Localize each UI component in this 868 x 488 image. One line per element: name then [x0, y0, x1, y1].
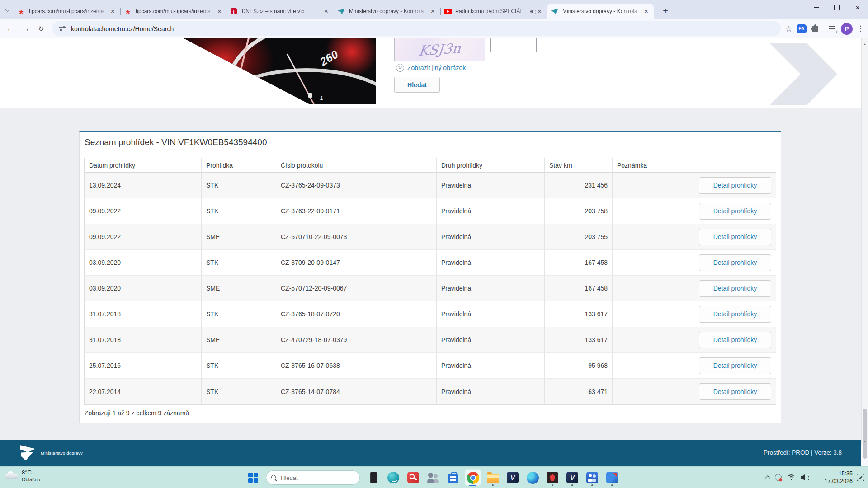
wifi-icon[interactable] — [787, 474, 795, 481]
close-button[interactable] — [847, 0, 868, 15]
captcha-refresh[interactable]: Zobrazit jiný obrázek — [396, 64, 466, 72]
tab[interactable]: tipcars.com/muj-tipcars/inzerce — [14, 4, 120, 19]
fuel-icon — [308, 93, 312, 98]
tab-close-icon[interactable] — [109, 8, 117, 15]
tab-audio-icon[interactable] — [530, 9, 536, 14]
tab-close-icon[interactable] — [536, 8, 543, 15]
weather-cloud-icon — [5, 471, 18, 481]
teams-icon[interactable] — [425, 469, 441, 486]
tray-app-icon[interactable] — [775, 474, 782, 481]
tab-close-icon[interactable] — [429, 8, 437, 15]
tab-close-icon[interactable] — [322, 8, 330, 15]
cell-type: SME — [202, 276, 276, 301]
cell-km: 231 456 — [545, 173, 613, 198]
address-bar[interactable]: kontrolatachometru.cz/Home/Search — [52, 21, 781, 36]
captcha-image: KSJ3n — [394, 38, 485, 61]
cell-kind: Pravidelná — [437, 327, 545, 353]
notification-pen-icon[interactable] — [857, 474, 864, 481]
new-tab-icon[interactable] — [659, 5, 672, 18]
tab[interactable]: iDNES.cz – s námi víte víc — [227, 4, 334, 19]
detail-button[interactable]: Detail prohlídky — [699, 306, 771, 323]
detail-button[interactable]: Detail prohlídky — [699, 254, 771, 271]
site-info-icon[interactable] — [59, 26, 66, 32]
cell-km: 95 968 — [545, 353, 613, 379]
running-indicator — [552, 484, 553, 486]
phone-link-icon[interactable] — [365, 469, 382, 486]
url-text[interactable]: kontrolatachometru.cz/Home/Search — [71, 25, 174, 33]
blue-red-app-icon[interactable] — [604, 469, 620, 486]
detail-button[interactable]: Detail prohlídky — [699, 357, 771, 374]
tray-overflow-chevron-icon[interactable] — [765, 475, 770, 480]
extensions-puzzle-icon[interactable] — [812, 26, 818, 32]
chrome-icon[interactable] — [465, 469, 481, 486]
scroll-down-icon[interactable] — [862, 436, 868, 444]
file-explorer-icon[interactable] — [485, 469, 501, 486]
vehicle-app-a-icon[interactable] — [505, 469, 521, 486]
profile-avatar[interactable]: P — [841, 23, 853, 35]
bookmark-star-icon[interactable] — [785, 24, 793, 34]
detail-button[interactable]: Detail prohlídky — [699, 203, 771, 220]
browser-toolbar: kontrolatachometru.cz/Home/Search FA P — [0, 19, 868, 38]
microsoft-store-icon[interactable] — [445, 469, 461, 486]
tab-title: iDNES.cz – s námi víte víc — [241, 8, 322, 14]
taskbar-search-input[interactable] — [281, 474, 349, 481]
tab-active[interactable]: Ministerstvo dopravy - Kontrola — [547, 4, 654, 19]
captcha-refresh-link[interactable]: Zobrazit jiný obrázek — [407, 64, 466, 71]
detail-button[interactable]: Detail prohlídky — [699, 332, 771, 348]
refresh-icon[interactable] — [396, 64, 404, 72]
cell-kind: Pravidelná — [437, 353, 545, 379]
cell-note — [613, 327, 694, 353]
maximize-button[interactable] — [826, 0, 847, 15]
cell-action: Detail prohlídky — [694, 353, 776, 379]
taskbar-clock[interactable]: 15:35 17.03.2026 — [824, 470, 853, 485]
taskbar: 8°C Oblačno 15:35 17.03.2026 — [0, 466, 868, 488]
tab[interactable]: tipcars.com/muj-tipcars/inzerce — [120, 4, 227, 19]
tab-close-icon[interactable] — [216, 8, 223, 15]
tab[interactable]: Ministerstvo dopravy - Kontrola — [334, 4, 440, 19]
detail-button[interactable]: Detail prohlídky — [699, 280, 771, 297]
reload-icon[interactable] — [33, 21, 49, 37]
column-header: Datum prohlídky — [85, 158, 202, 173]
gauge-small-label: 1 — [320, 95, 323, 101]
scroll-up-icon[interactable] — [862, 39, 868, 47]
key-app-icon[interactable] — [405, 469, 421, 486]
taskbar-search[interactable] — [266, 470, 360, 485]
media-controls-icon[interactable] — [829, 26, 836, 32]
captcha-input[interactable] — [490, 38, 537, 52]
tab[interactable]: Padni komu padni SPECIÁL — [440, 4, 547, 19]
system-tray — [766, 474, 808, 481]
idnes-icon — [231, 8, 237, 14]
forward-icon[interactable] — [18, 21, 33, 37]
cell-protocol: CZ-570710-22-09-0073 — [276, 224, 437, 250]
dark-red-app-icon[interactable] — [544, 469, 561, 486]
scrollbar-thumb[interactable] — [863, 409, 867, 459]
site-footer: Ministerstvo dopravy Prostředí: PROD | V… — [0, 440, 861, 466]
detail-button[interactable]: Detail prohlídky — [699, 383, 771, 400]
edge-icon[interactable] — [524, 469, 541, 486]
page-scrollbar[interactable] — [861, 38, 868, 445]
cell-protocol: CZ-3765-16-07-0638 — [276, 353, 437, 379]
cell-type: STK — [202, 379, 276, 404]
browser-menu-icon[interactable] — [857, 24, 864, 33]
detail-button[interactable]: Detail prohlídky — [699, 229, 771, 245]
teal-circle-app-icon[interactable] — [385, 469, 401, 486]
volume-icon[interactable] — [801, 474, 808, 481]
start-button-icon[interactable] — [248, 473, 258, 483]
ministry-logo-icon — [20, 445, 37, 460]
tab-title: Ministerstvo dopravy - Kontrola — [349, 8, 429, 14]
tab-search-chevron-icon[interactable] — [5, 7, 9, 11]
cell-kind: Pravidelná — [437, 224, 545, 250]
table-row: 03.09.2020STKCZ-3709-20-09-0147Pravideln… — [85, 250, 776, 276]
tab-close-icon[interactable] — [642, 8, 650, 15]
cell-date: 09.09.2022 — [85, 198, 202, 224]
minimize-button[interactable] — [806, 0, 826, 15]
cell-action: Detail prohlídky — [694, 224, 776, 250]
detail-button[interactable]: Detail prohlídky — [699, 177, 771, 194]
vehicle-app-b-icon[interactable] — [564, 469, 580, 486]
fa-extension-icon[interactable]: FA — [797, 24, 807, 33]
people-app-icon[interactable] — [584, 469, 600, 486]
cell-protocol: CZ-470729-18-07-0379 — [276, 327, 437, 353]
back-icon[interactable] — [3, 21, 18, 37]
weather-widget[interactable]: 8°C Oblačno — [5, 469, 40, 483]
search-submit-button[interactable]: Hledat — [394, 77, 440, 93]
